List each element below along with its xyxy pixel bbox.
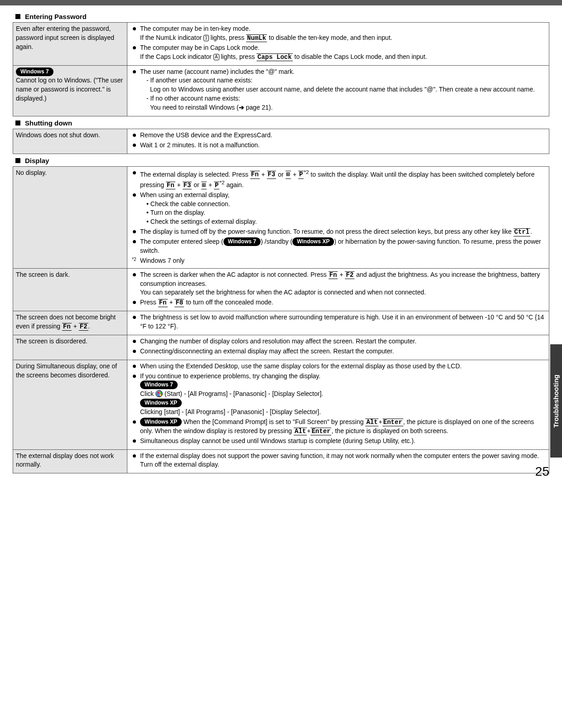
- symptom-text: No display.: [16, 169, 47, 176]
- os-pill-winxp: Windows XP: [140, 418, 182, 426]
- table-row: Windows 7 Cannot log on to Windows. ("Th…: [13, 65, 549, 116]
- table-row: The screen is disordered. Changing the n…: [13, 335, 549, 360]
- key-fn: Fn: [158, 299, 168, 307]
- remedy-item: If you continue to experience problems, …: [130, 372, 546, 417]
- key-alt: Alt: [294, 428, 307, 435]
- symptom-cell: The screen is disordered.: [13, 335, 127, 360]
- key-fn: Fn: [329, 271, 338, 279]
- symptom-cell: Windows 7 Cannot log on to Windows. ("Th…: [13, 65, 127, 116]
- key-ctrl: Ctrl: [514, 228, 531, 236]
- table-entering-password: Even after entering the password, passwo…: [13, 22, 549, 116]
- remedy-cell: The computer may be in ten-key mode. If …: [127, 23, 549, 66]
- remedy-item: The computer entered sleep (Windows 7) /…: [130, 237, 546, 256]
- table-row: The screen is dark. The screen is darker…: [13, 268, 549, 311]
- key-f3: F3: [267, 171, 276, 178]
- key-win: ⊞: [286, 171, 291, 178]
- os-pill-winxp: Windows XP: [292, 237, 334, 246]
- square-bullet-icon: [15, 14, 20, 19]
- arrow-right-icon: ➔: [239, 104, 244, 111]
- remedy-cell: The external display is selected. Press …: [127, 166, 549, 268]
- symptom-cell: The external display does not work norma…: [13, 449, 127, 473]
- remedy-item: The screen is darker when the AC adaptor…: [130, 270, 546, 298]
- remedy-item: Changing the number of display colors an…: [130, 337, 546, 346]
- remedy-item: Remove the USB device and the ExpressCar…: [130, 131, 546, 140]
- symptom-cell: The screen is dark.: [13, 268, 127, 311]
- square-bullet-icon: [15, 121, 20, 125]
- table-row: The external display does not work norma…: [13, 449, 549, 473]
- footnote-mark: *2: [304, 169, 309, 175]
- remedy-item: The brightness is set low to avoid malfu…: [130, 313, 546, 331]
- side-tab-troubleshooting: Troubleshooting: [550, 344, 562, 458]
- remedy-item: The user name (account name) includes th…: [130, 67, 546, 112]
- remedy-item: Simultaneous display cannot be used unti…: [130, 437, 546, 446]
- symptom-text: The screen is disordered.: [16, 337, 87, 345]
- symptom-text: Cannot log on to Windows. ("The user nam…: [16, 77, 123, 102]
- top-bar: [0, 0, 562, 5]
- remedy-item: The computer may be in ten-key mode. If …: [130, 24, 546, 43]
- key-f2: F2: [79, 323, 88, 331]
- key-enter: Enter: [310, 428, 331, 435]
- key-fn: Fn: [166, 182, 175, 189]
- page-number: 25: [535, 464, 549, 479]
- square-bullet-icon: [15, 158, 20, 163]
- remedy-cell: When using the Extended Desktop, use the…: [127, 360, 549, 449]
- table-row: During Simultaneous display, one of the …: [13, 360, 549, 449]
- remedy-item: The external display is selected. Press …: [130, 169, 546, 190]
- key-win: ⊞: [201, 182, 207, 189]
- key-f3: F3: [183, 182, 192, 189]
- remedy-item: Wait 1 or 2 minutes. It is not a malfunc…: [130, 141, 546, 150]
- remedy-item: If the external display does not support…: [130, 452, 546, 470]
- os-pill-win7: Windows 7: [140, 381, 178, 389]
- os-pill-win7: Windows 7: [223, 237, 261, 246]
- symptom-cell: Even after entering the password, passwo…: [13, 23, 127, 66]
- table-row: Even after entering the password, passwo…: [13, 23, 549, 66]
- table-row: Windows does not shut down. Remove the U…: [13, 129, 549, 154]
- key-numlk: NumLk: [246, 34, 267, 42]
- symptom-text: During Simultaneous display, one of the …: [16, 362, 117, 379]
- section-heading-entering-password: Entering Password: [15, 13, 549, 20]
- symptom-cell: During Simultaneous display, one of the …: [13, 360, 127, 449]
- section-title: Entering Password: [25, 13, 87, 20]
- table-row: No display. The external display is sele…: [13, 166, 549, 268]
- key-f2: F2: [345, 271, 354, 279]
- key-enter: Enter: [383, 419, 403, 426]
- table-row: The screen does not become bright even i…: [13, 311, 549, 335]
- remedy-cell: Changing the number of display colors an…: [127, 335, 549, 360]
- section-title: Shutting down: [25, 119, 72, 127]
- symptom-text: The screen is dark.: [16, 271, 70, 278]
- capslock-indicator-icon: A: [213, 54, 219, 60]
- remedy-cell: If the external display does not support…: [127, 449, 549, 473]
- remedy-cell: The user name (account name) includes th…: [127, 65, 549, 116]
- key-alt: Alt: [365, 419, 378, 426]
- remedy-item: The display is turned off by the power-s…: [130, 227, 546, 236]
- symptom-cell: No display.: [13, 166, 127, 268]
- symptom-cell: The screen does not become bright even i…: [13, 311, 127, 335]
- symptom-cell: Windows does not shut down.: [13, 129, 127, 154]
- section-heading-shutting-down: Shutting down: [15, 119, 549, 127]
- remedy-item: Connecting/disconnecting an external dis…: [130, 347, 546, 356]
- table-shutting-down: Windows does not shut down. Remove the U…: [13, 129, 549, 154]
- side-tab-label: Troubleshooting: [552, 374, 560, 428]
- remedy-cell: The screen is darker when the AC adaptor…: [127, 268, 549, 311]
- footnote-mark: *2: [219, 179, 224, 185]
- remedy-item: Press Fn + F8 to turn off the concealed …: [130, 298, 546, 307]
- remedy-item: The computer may be in Caps Lock mode. I…: [130, 43, 546, 62]
- key-p: P: [214, 182, 219, 189]
- key-fn: Fn: [250, 171, 260, 178]
- os-pill-win7: Windows 7: [16, 67, 53, 76]
- remedy-cell: Remove the USB device and the ExpressCar…: [127, 129, 549, 154]
- symptom-text: The external display does not work norma…: [16, 452, 114, 468]
- start-orb-icon: [155, 390, 163, 397]
- symptom-text: Windows does not shut down.: [16, 131, 100, 139]
- os-pill-winxp: Windows XP: [140, 399, 182, 407]
- section-heading-display: Display: [15, 157, 549, 164]
- numlk-indicator-icon: 1: [203, 35, 209, 41]
- symptom-text: Even after entering the password, passwo…: [16, 25, 114, 50]
- key-f8: F8: [174, 299, 184, 307]
- page-content: Entering Password Even after entering th…: [13, 0, 549, 473]
- footnote: *2 Windows 7 only: [130, 256, 546, 265]
- key-fn: Fn: [62, 323, 72, 331]
- remedy-item: Windows XP When the [Command Prompt] is …: [130, 418, 546, 436]
- table-display: No display. The external display is sele…: [13, 166, 549, 474]
- remedy-cell: The brightness is set low to avoid malfu…: [127, 311, 549, 335]
